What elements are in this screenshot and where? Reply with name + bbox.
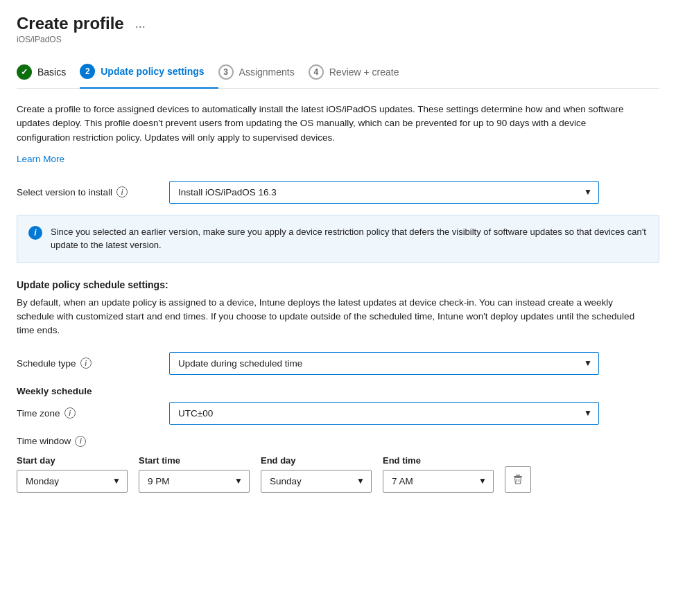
- end-time-select-wrapper: 12 AM1 AM2 AM3 AM 4 AM5 AM6 AM7 AM 8 AM9…: [383, 470, 494, 493]
- end-time-select[interactable]: 12 AM1 AM2 AM3 AM 4 AM5 AM6 AM7 AM 8 AM9…: [383, 470, 494, 493]
- svg-rect-1: [514, 476, 522, 477]
- start-day-select-wrapper: Sunday Monday Tuesday Wednesday Thursday…: [17, 470, 128, 493]
- start-day-col: Start day Sunday Monday Tuesday Wednesda…: [17, 455, 128, 493]
- page-subtitle: iOS/iPadOS: [17, 35, 659, 44]
- step-assignments[interactable]: 3 Assignments: [218, 56, 309, 88]
- step-update-policy[interactable]: 2 Update policy settings: [80, 55, 218, 89]
- start-time-col: Start time 12 AM1 AM2 AM3 AM 4 AM5 AM6 A…: [139, 455, 250, 493]
- step-basics[interactable]: ✓ Basics: [17, 56, 80, 88]
- end-day-header: End day: [261, 455, 372, 466]
- start-day-header: Start day: [17, 455, 128, 466]
- page-title: Create profile: [17, 14, 124, 33]
- step-review-create-circle: 4: [309, 64, 324, 80]
- learn-more-link[interactable]: Learn More: [17, 154, 64, 164]
- page-description: Create a profile to force assigned devic…: [17, 103, 641, 145]
- steps-bar: ✓ Basics 2 Update policy settings 3 Assi…: [17, 55, 659, 89]
- step-basics-label: Basics: [37, 67, 66, 78]
- svg-rect-0: [516, 475, 520, 476]
- step-review-create-label: Review + create: [329, 67, 399, 78]
- end-day-select-wrapper: Sunday Monday Tuesday Wednesday Thursday…: [261, 470, 372, 493]
- info-banner-icon: i: [28, 226, 42, 240]
- time-window-info-icon[interactable]: i: [75, 436, 86, 447]
- schedule-type-label: Schedule type i: [17, 358, 169, 369]
- step-assignments-label: Assignments: [239, 67, 295, 78]
- end-time-header: End time: [383, 455, 494, 466]
- weekly-schedule-label: Weekly schedule: [17, 386, 659, 396]
- version-select[interactable]: Install latest update Install iOS/iPadOS…: [169, 181, 599, 204]
- page-container: Create profile ... iOS/iPadOS ✓ Basics 2…: [0, 0, 676, 507]
- schedule-section-heading: Update policy schedule settings:: [17, 279, 659, 290]
- version-field-label: Select version to install i: [17, 186, 169, 197]
- timezone-label: Time zone i: [17, 407, 169, 419]
- delete-time-window-button[interactable]: [505, 466, 531, 493]
- version-select-wrapper: Install latest update Install iOS/iPadOS…: [169, 181, 599, 204]
- step-update-policy-label: Update policy settings: [101, 66, 204, 77]
- schedule-type-info-icon[interactable]: i: [80, 358, 92, 369]
- version-info-icon[interactable]: i: [116, 186, 128, 197]
- timezone-select-wrapper: UTC±00 UTC-05:00 UTC-08:00 UTC+01:00 ▼: [169, 402, 599, 425]
- step-basics-circle: ✓: [17, 64, 32, 80]
- end-day-select[interactable]: Sunday Monday Tuesday Wednesday Thursday…: [261, 470, 372, 493]
- info-banner: i Since you selected an earlier version,…: [17, 215, 659, 263]
- info-banner-text: Since you selected an earlier version, m…: [51, 225, 648, 252]
- time-window-row: Start day Sunday Monday Tuesday Wednesda…: [17, 455, 659, 493]
- start-time-header: Start time: [139, 455, 250, 466]
- end-day-col: End day Sunday Monday Tuesday Wednesday …: [261, 455, 372, 493]
- time-window-label: Time window i: [17, 436, 659, 447]
- schedule-type-select[interactable]: Update at next check-in Update during sc…: [169, 352, 599, 375]
- step-review-create[interactable]: 4 Review + create: [309, 56, 413, 88]
- step-update-policy-circle: 2: [80, 64, 95, 79]
- start-time-select[interactable]: 12 AM1 AM2 AM3 AM 4 AM5 AM6 AM7 AM 8 AM9…: [139, 470, 250, 493]
- start-time-select-wrapper: 12 AM1 AM2 AM3 AM 4 AM5 AM6 AM7 AM 8 AM9…: [139, 470, 250, 493]
- step-assignments-circle: 3: [218, 64, 234, 80]
- timezone-info-icon[interactable]: i: [64, 407, 76, 419]
- ellipsis-button[interactable]: ...: [131, 15, 150, 33]
- page-header: Create profile ... iOS/iPadOS: [17, 14, 659, 44]
- start-day-select[interactable]: Sunday Monday Tuesday Wednesday Thursday…: [17, 470, 128, 493]
- end-time-col: End time 12 AM1 AM2 AM3 AM 4 AM5 AM6 AM7…: [383, 455, 494, 493]
- schedule-section-desc: By default, when an update policy is ass…: [17, 296, 641, 338]
- trash-icon: [512, 474, 523, 485]
- schedule-type-row: Schedule type i Update at next check-in …: [17, 352, 659, 375]
- timezone-select[interactable]: UTC±00 UTC-05:00 UTC-08:00 UTC+01:00: [169, 402, 599, 425]
- version-field-row: Select version to install i Install late…: [17, 181, 659, 204]
- timezone-row: Time zone i UTC±00 UTC-05:00 UTC-08:00 U…: [17, 402, 659, 425]
- schedule-type-select-wrapper: Update at next check-in Update during sc…: [169, 352, 599, 375]
